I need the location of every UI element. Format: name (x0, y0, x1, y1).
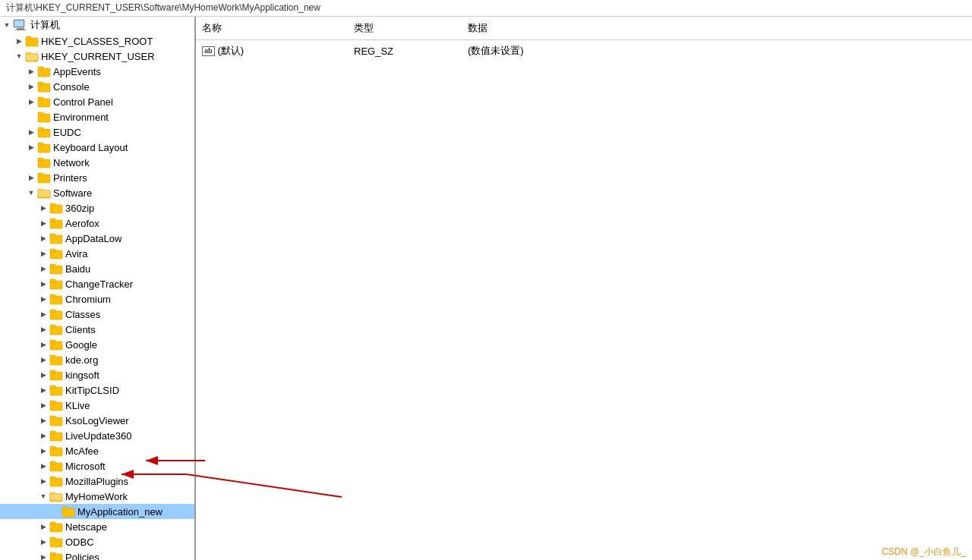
tree-item-klive[interactable]: ▶ KLive (0, 398, 194, 413)
tree-item-chromium[interactable]: ▶ Chromium (0, 291, 194, 307)
expand-btn-myapplication_new[interactable] (50, 506, 61, 517)
tree-item-policies[interactable]: ▶ Policies (0, 549, 194, 560)
tree-item-kittipcls[interactable]: ▶ KitTipCLSID (0, 382, 194, 398)
expand-btn-microsoft[interactable]: ▶ (38, 461, 49, 471)
expand-btn-kingsoft[interactable]: ▶ (38, 370, 49, 380)
tree-item-microsoft[interactable]: ▶ Microsoft (0, 458, 194, 473)
expand-btn-liveupdate360[interactable]: ▶ (38, 430, 49, 441)
svg-rect-51 (50, 370, 55, 373)
tree-label-mozillaplugins: MozillaPlugins (65, 476, 128, 487)
tree-item-kingsoft[interactable]: ▶ kingsoft (0, 367, 194, 382)
expand-btn-environment[interactable] (26, 112, 36, 122)
tree-item-myhomework[interactable]: ▼ MyHomeWork (0, 489, 194, 504)
tree-item-netscape[interactable]: ▶ Netscape (0, 519, 194, 534)
tree-item-liveupdate360[interactable]: ▶ LiveUpdate360 (0, 428, 194, 443)
tree-item-avira[interactable]: ▶ Avira (0, 246, 194, 261)
tree-item-network[interactable]: Network (0, 155, 194, 170)
tree-label-policies: Policies (65, 552, 99, 561)
expand-btn-console[interactable]: ▶ (26, 81, 36, 92)
expand-btn-myhomework[interactable]: ▼ (38, 491, 49, 502)
expand-btn-aerofox[interactable]: ▶ (38, 218, 49, 228)
svg-rect-24 (38, 173, 43, 176)
expand-btn-ksologviewer[interactable]: ▶ (38, 415, 49, 426)
tree-item-environment[interactable]: Environment (0, 109, 194, 124)
expand-btn-baidu[interactable]: ▶ (38, 263, 49, 274)
tree-item-360zip[interactable]: ▶ 360zip (0, 200, 194, 216)
expand-btn-hkcu[interactable]: ▼ (14, 51, 24, 61)
svg-rect-74 (50, 537, 55, 540)
tree-item-changetracker[interactable]: ▶ ChangeTracker (0, 276, 194, 291)
folder-icon-clients (49, 323, 63, 335)
tree-item-software[interactable]: ▼ Software (0, 185, 194, 200)
tree-item-aerofox[interactable]: ▶ Aerofox (0, 216, 194, 231)
tree-item-eudc[interactable]: ▶ EUDC (0, 124, 194, 140)
tree-item-kdeorg[interactable]: ▶ kde.org (0, 352, 194, 367)
expand-btn-mozillaplugins[interactable]: ▶ (38, 476, 49, 486)
tree-label-console: Console (53, 81, 90, 93)
expand-btn-kdeorg[interactable]: ▶ (38, 354, 49, 365)
tree-label-odbc: ODBC (65, 536, 94, 548)
expand-btn-odbc[interactable]: ▶ (38, 536, 49, 547)
tree-item-mozillaplugins[interactable]: ▶ MozillaPlugins (0, 473, 194, 489)
tree-item-controlpanel[interactable]: ▶ Control Panel (0, 94, 194, 109)
expand-btn-appevents[interactable]: ▶ (26, 66, 36, 77)
expand-btn-controlpanel[interactable]: ▶ (26, 96, 36, 107)
expand-btn-clients[interactable]: ▶ (38, 324, 49, 335)
table-row[interactable]: ab(默认)REG_SZ(数值未设置) (196, 40, 972, 61)
tree-item-appdatalow[interactable]: ▶ AppDataLow (0, 231, 194, 246)
tree-item-computer[interactable]: ▼ 计算机 (0, 17, 194, 33)
svg-rect-35 (50, 249, 55, 252)
table-cell-data: (数值未设置) (462, 42, 972, 59)
svg-rect-14 (38, 97, 43, 100)
tree-item-baidu[interactable]: ▶ Baidu (0, 261, 194, 276)
expand-btn-mcafee[interactable]: ▶ (38, 445, 49, 456)
bottom-bar: CSDN @_小白鱼儿_ (820, 543, 972, 560)
tree-label-liveupdate360: LiveUpdate360 (65, 430, 131, 442)
expand-btn-chromium[interactable]: ▶ (38, 294, 49, 304)
tree-item-console[interactable]: ▶ Console (0, 79, 194, 94)
expand-btn-hkcr[interactable]: ▶ (14, 36, 24, 46)
svg-rect-55 (50, 401, 55, 404)
tree-item-keyboardlayout[interactable]: ▶ Keyboard Layout (0, 140, 194, 155)
tree-item-ksologviewer[interactable]: ▶ KsoLogViewer (0, 413, 194, 428)
expand-btn-computer[interactable]: ▼ (2, 20, 12, 30)
expand-btn-changetracker[interactable]: ▶ (38, 278, 49, 289)
expand-btn-avira[interactable]: ▶ (38, 248, 49, 259)
folder-icon-changetracker (49, 278, 63, 290)
tree-item-clients[interactable]: ▶ Clients (0, 322, 194, 337)
tree-item-google[interactable]: ▶ Google (0, 337, 194, 352)
expand-btn-printers[interactable]: ▶ (26, 172, 36, 183)
expand-btn-kittipcls[interactable]: ▶ (38, 385, 49, 395)
svg-rect-43 (50, 310, 55, 313)
tree-item-myapplication_new[interactable]: MyApplication_new (0, 504, 194, 519)
expand-btn-appdatalow[interactable]: ▶ (38, 233, 49, 244)
svg-rect-65 (50, 477, 55, 480)
expand-btn-klive[interactable]: ▶ (38, 400, 49, 411)
tree-item-hkcr[interactable]: ▶ HKEY_CLASSES_ROOT (0, 33, 194, 49)
tree-item-printers[interactable]: ▶ Printers (0, 170, 194, 185)
tree-item-mcafee[interactable]: ▶ McAfee (0, 443, 194, 458)
expand-btn-360zip[interactable]: ▶ (38, 203, 49, 213)
expand-btn-classes[interactable]: ▶ (38, 309, 49, 319)
tree-item-classes[interactable]: ▶ Classes (0, 307, 194, 322)
folder-icon-microsoft (49, 460, 63, 472)
svg-rect-57 (50, 416, 55, 419)
tree-item-appevents[interactable]: ▶ AppEvents (0, 64, 194, 79)
folder-icon-software (37, 187, 51, 199)
expand-btn-google[interactable]: ▶ (38, 339, 49, 350)
folder-icon-appevents (37, 65, 51, 77)
table-cell-type: REG_SZ (348, 44, 462, 58)
expand-btn-eudc[interactable]: ▶ (26, 127, 36, 137)
main-container: ▼ 计算机▶ HKEY_CLASSES_ROOT▼ HKEY_CURRENT_U… (0, 17, 972, 560)
tree-panel[interactable]: ▼ 计算机▶ HKEY_CLASSES_ROOT▼ HKEY_CURRENT_U… (0, 17, 196, 560)
tree-item-hkcu[interactable]: ▼ HKEY_CURRENT_USER (0, 49, 194, 64)
expand-btn-software[interactable]: ▼ (26, 187, 36, 198)
expand-btn-keyboardlayout[interactable]: ▶ (26, 142, 36, 153)
expand-btn-policies[interactable]: ▶ (38, 552, 49, 560)
folder-icon-baidu (49, 263, 63, 275)
svg-rect-8 (26, 54, 38, 61)
tree-item-odbc[interactable]: ▶ ODBC (0, 534, 194, 549)
folder-icon-policies (49, 551, 63, 560)
expand-btn-network[interactable] (26, 157, 36, 168)
expand-btn-netscape[interactable]: ▶ (38, 521, 49, 532)
